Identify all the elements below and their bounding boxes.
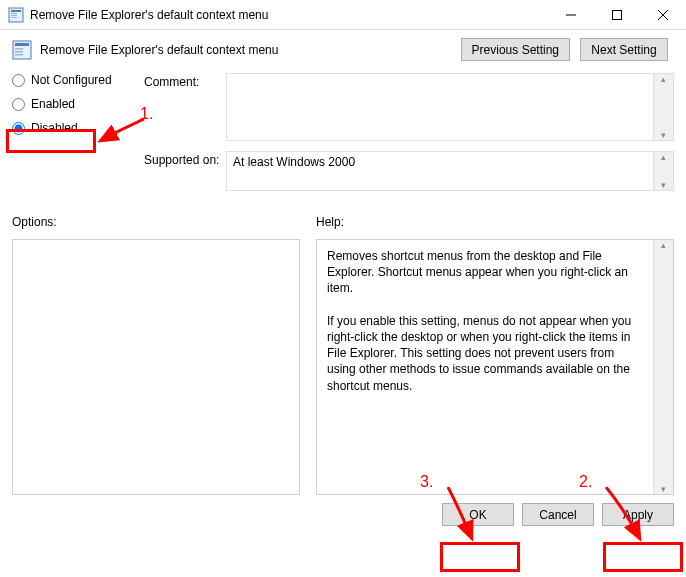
radio-disabled-input[interactable]	[12, 122, 25, 135]
policy-title: Remove File Explorer's default context m…	[40, 43, 461, 57]
svg-rect-4	[11, 17, 17, 18]
svg-rect-10	[15, 43, 29, 46]
radio-not-configured-input[interactable]	[12, 74, 25, 87]
supported-on-field: At least Windows 2000 ▴ ▾	[226, 151, 674, 191]
supported-on-label: Supported on:	[144, 151, 226, 167]
radio-enabled-input[interactable]	[12, 98, 25, 111]
help-label: Help:	[316, 215, 674, 229]
maximize-button[interactable]	[594, 0, 640, 30]
apply-button[interactable]: Apply	[602, 503, 674, 526]
minimize-button[interactable]	[548, 0, 594, 30]
svg-rect-12	[15, 51, 23, 53]
app-icon	[8, 7, 24, 23]
ok-button[interactable]: OK	[442, 503, 514, 526]
window-controls	[548, 0, 686, 30]
radio-enabled[interactable]: Enabled	[12, 97, 144, 111]
next-setting-button[interactable]: Next Setting	[580, 38, 668, 61]
radio-enabled-label: Enabled	[31, 97, 75, 111]
supported-on-value: At least Windows 2000	[227, 152, 653, 190]
options-label: Options:	[12, 215, 300, 229]
content-header: Remove File Explorer's default context m…	[0, 30, 686, 69]
radio-not-configured-label: Not Configured	[31, 73, 112, 87]
close-button[interactable]	[640, 0, 686, 30]
scroll-up-icon[interactable]: ▴	[661, 74, 666, 84]
dialog-buttons: OK Cancel Apply	[0, 495, 686, 536]
cancel-button[interactable]: Cancel	[522, 503, 594, 526]
help-paragraph-1: Removes shortcut menus from the desktop …	[327, 248, 643, 297]
comment-label: Comment:	[144, 73, 226, 89]
scroll-down-icon[interactable]: ▾	[661, 484, 666, 494]
previous-setting-button[interactable]: Previous Setting	[461, 38, 570, 61]
comment-field[interactable]: ▴ ▾	[226, 73, 674, 141]
window-title: Remove File Explorer's default context m…	[30, 8, 268, 22]
svg-rect-3	[11, 15, 17, 16]
radio-disabled-label: Disabled	[31, 121, 78, 135]
help-text: Removes shortcut menus from the desktop …	[317, 240, 653, 494]
svg-rect-1	[11, 10, 21, 12]
svg-rect-6	[613, 10, 622, 19]
scroll-up-icon[interactable]: ▴	[661, 152, 666, 162]
help-panel: Removes shortcut menus from the desktop …	[316, 239, 674, 495]
radio-disabled[interactable]: Disabled	[12, 121, 144, 135]
radio-not-configured[interactable]: Not Configured	[12, 73, 144, 87]
svg-rect-13	[15, 54, 23, 56]
annotation-highlight-apply	[603, 542, 683, 572]
scroll-down-icon[interactable]: ▾	[661, 130, 666, 140]
comment-scrollbar[interactable]: ▴ ▾	[653, 74, 673, 140]
scroll-up-icon[interactable]: ▴	[661, 240, 666, 250]
comment-value[interactable]	[227, 74, 653, 140]
help-scrollbar[interactable]: ▴ ▾	[653, 240, 673, 494]
svg-rect-2	[11, 13, 17, 14]
options-panel	[12, 239, 300, 495]
help-paragraph-2: If you enable this setting, menus do not…	[327, 313, 643, 394]
titlebar: Remove File Explorer's default context m…	[0, 0, 686, 30]
state-radio-group: Not Configured Enabled Disabled 1.	[12, 73, 144, 201]
annotation-highlight-ok	[440, 542, 520, 572]
scroll-down-icon[interactable]: ▾	[661, 180, 666, 190]
policy-icon	[12, 40, 32, 60]
svg-rect-11	[15, 48, 23, 50]
supported-scrollbar[interactable]: ▴ ▾	[653, 152, 673, 190]
